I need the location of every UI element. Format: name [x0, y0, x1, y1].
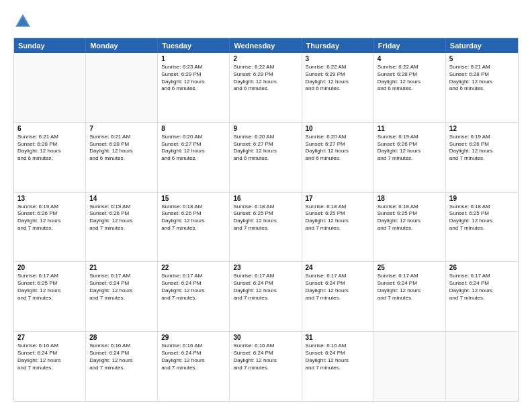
day-number: 3 [306, 55, 370, 62]
day-number: 5 [449, 55, 515, 62]
empty-cell [446, 332, 518, 401]
day-cell-29: 29Sunrise: 6:16 AMSunset: 6:24 PMDayligh… [158, 332, 230, 401]
day-number: 7 [89, 125, 154, 132]
calendar: SundayMondayTuesdayWednesdayThursdayFrid… [13, 38, 519, 402]
day-number: 16 [233, 195, 298, 202]
day-info: Sunrise: 6:22 AMSunset: 6:28 PMDaylight:… [378, 64, 442, 93]
day-info: Sunrise: 6:17 AMSunset: 6:24 PMDaylight:… [449, 273, 515, 302]
day-cell-31: 31Sunrise: 6:16 AMSunset: 6:24 PMDayligh… [302, 332, 374, 401]
day-number: 11 [378, 125, 442, 132]
day-cell-2: 2Sunrise: 6:22 AMSunset: 6:29 PMDaylight… [230, 53, 302, 122]
day-cell-18: 18Sunrise: 6:18 AMSunset: 6:25 PMDayligh… [374, 193, 446, 262]
header-day-monday: Monday [86, 38, 158, 53]
day-number: 28 [89, 334, 154, 341]
day-cell-28: 28Sunrise: 6:16 AMSunset: 6:24 PMDayligh… [86, 332, 158, 401]
day-info: Sunrise: 6:18 AMSunset: 6:25 PMDaylight:… [306, 203, 370, 232]
day-number: 19 [449, 195, 515, 202]
day-number: 25 [378, 264, 442, 271]
day-info: Sunrise: 6:16 AMSunset: 6:24 PMDaylight:… [306, 342, 370, 371]
day-cell-16: 16Sunrise: 6:18 AMSunset: 6:25 PMDayligh… [230, 193, 302, 262]
day-info: Sunrise: 6:19 AMSunset: 6:26 PMDaylight:… [89, 203, 154, 232]
day-info: Sunrise: 6:17 AMSunset: 6:25 PMDaylight:… [17, 273, 82, 302]
day-info: Sunrise: 6:19 AMSunset: 6:26 PMDaylight:… [449, 134, 515, 163]
day-number: 18 [378, 195, 442, 202]
day-number: 15 [161, 195, 226, 202]
day-info: Sunrise: 6:20 AMSunset: 6:27 PMDaylight:… [306, 134, 370, 163]
header-day-thursday: Thursday [302, 38, 374, 53]
day-cell-27: 27Sunrise: 6:16 AMSunset: 6:24 PMDayligh… [14, 332, 86, 401]
empty-cell [374, 332, 446, 401]
calendar-week-2: 6Sunrise: 6:21 AMSunset: 6:28 PMDaylight… [14, 123, 518, 193]
day-number: 27 [17, 334, 82, 341]
day-cell-5: 5Sunrise: 6:21 AMSunset: 6:28 PMDaylight… [446, 53, 518, 122]
day-number: 21 [89, 264, 154, 271]
calendar-week-1: 1Sunrise: 6:23 AMSunset: 6:29 PMDaylight… [14, 53, 518, 123]
day-info: Sunrise: 6:17 AMSunset: 6:24 PMDaylight:… [89, 273, 154, 302]
logo [13, 12, 35, 31]
day-number: 30 [233, 334, 298, 341]
day-cell-9: 9Sunrise: 6:20 AMSunset: 6:27 PMDaylight… [230, 123, 302, 192]
day-cell-7: 7Sunrise: 6:21 AMSunset: 6:28 PMDaylight… [86, 123, 158, 192]
day-info: Sunrise: 6:20 AMSunset: 6:27 PMDaylight:… [233, 134, 298, 163]
day-number: 2 [233, 55, 298, 62]
day-number: 8 [161, 125, 226, 132]
day-cell-25: 25Sunrise: 6:17 AMSunset: 6:24 PMDayligh… [374, 262, 446, 331]
day-info: Sunrise: 6:22 AMSunset: 6:29 PMDaylight:… [306, 64, 370, 93]
page: SundayMondayTuesdayWednesdayThursdayFrid… [0, 0, 532, 411]
day-info: Sunrise: 6:20 AMSunset: 6:27 PMDaylight:… [161, 134, 226, 163]
day-cell-24: 24Sunrise: 6:17 AMSunset: 6:24 PMDayligh… [302, 262, 374, 331]
logo-icon [13, 12, 32, 31]
day-info: Sunrise: 6:18 AMSunset: 6:25 PMDaylight:… [233, 203, 298, 232]
day-info: Sunrise: 6:16 AMSunset: 6:24 PMDaylight:… [233, 342, 298, 371]
day-cell-8: 8Sunrise: 6:20 AMSunset: 6:27 PMDaylight… [158, 123, 230, 192]
day-number: 1 [161, 55, 226, 62]
header-day-wednesday: Wednesday [230, 38, 302, 53]
header [13, 12, 519, 31]
day-cell-22: 22Sunrise: 6:17 AMSunset: 6:24 PMDayligh… [158, 262, 230, 331]
day-info: Sunrise: 6:16 AMSunset: 6:24 PMDaylight:… [89, 342, 154, 371]
day-number: 20 [17, 264, 82, 271]
day-cell-23: 23Sunrise: 6:17 AMSunset: 6:24 PMDayligh… [230, 262, 302, 331]
day-number: 17 [306, 195, 370, 202]
day-cell-6: 6Sunrise: 6:21 AMSunset: 6:28 PMDaylight… [14, 123, 86, 192]
header-day-saturday: Saturday [446, 38, 518, 53]
day-cell-21: 21Sunrise: 6:17 AMSunset: 6:24 PMDayligh… [86, 262, 158, 331]
day-info: Sunrise: 6:16 AMSunset: 6:24 PMDaylight:… [161, 342, 226, 371]
calendar-week-3: 13Sunrise: 6:19 AMSunset: 6:26 PMDayligh… [14, 193, 518, 263]
day-info: Sunrise: 6:17 AMSunset: 6:24 PMDaylight:… [161, 273, 226, 302]
day-number: 6 [17, 125, 82, 132]
day-cell-26: 26Sunrise: 6:17 AMSunset: 6:24 PMDayligh… [446, 262, 518, 331]
day-number: 12 [449, 125, 515, 132]
day-info: Sunrise: 6:16 AMSunset: 6:24 PMDaylight:… [17, 342, 82, 371]
day-info: Sunrise: 6:17 AMSunset: 6:24 PMDaylight:… [233, 273, 298, 302]
day-number: 23 [233, 264, 298, 271]
day-number: 22 [161, 264, 226, 271]
day-info: Sunrise: 6:18 AMSunset: 6:25 PMDaylight:… [449, 203, 515, 232]
day-cell-1: 1Sunrise: 6:23 AMSunset: 6:29 PMDaylight… [158, 53, 230, 122]
day-info: Sunrise: 6:18 AMSunset: 6:25 PMDaylight:… [378, 203, 442, 232]
day-info: Sunrise: 6:17 AMSunset: 6:24 PMDaylight:… [306, 273, 370, 302]
day-number: 24 [306, 264, 370, 271]
day-cell-4: 4Sunrise: 6:22 AMSunset: 6:28 PMDaylight… [374, 53, 446, 122]
day-cell-11: 11Sunrise: 6:19 AMSunset: 6:26 PMDayligh… [374, 123, 446, 192]
day-info: Sunrise: 6:21 AMSunset: 6:28 PMDaylight:… [449, 64, 515, 93]
header-day-tuesday: Tuesday [158, 38, 230, 53]
day-cell-12: 12Sunrise: 6:19 AMSunset: 6:26 PMDayligh… [446, 123, 518, 192]
empty-cell [86, 53, 158, 122]
day-cell-30: 30Sunrise: 6:16 AMSunset: 6:24 PMDayligh… [230, 332, 302, 401]
day-info: Sunrise: 6:21 AMSunset: 6:28 PMDaylight:… [89, 134, 154, 163]
day-number: 9 [233, 125, 298, 132]
day-cell-10: 10Sunrise: 6:20 AMSunset: 6:27 PMDayligh… [302, 123, 374, 192]
day-info: Sunrise: 6:19 AMSunset: 6:26 PMDaylight:… [378, 134, 442, 163]
day-number: 31 [306, 334, 370, 341]
day-cell-20: 20Sunrise: 6:17 AMSunset: 6:25 PMDayligh… [14, 262, 86, 331]
day-cell-3: 3Sunrise: 6:22 AMSunset: 6:29 PMDaylight… [302, 53, 374, 122]
empty-cell [14, 53, 86, 122]
day-info: Sunrise: 6:21 AMSunset: 6:28 PMDaylight:… [17, 134, 82, 163]
day-info: Sunrise: 6:19 AMSunset: 6:26 PMDaylight:… [17, 203, 82, 232]
day-cell-15: 15Sunrise: 6:18 AMSunset: 6:26 PMDayligh… [158, 193, 230, 262]
day-number: 4 [378, 55, 442, 62]
day-cell-13: 13Sunrise: 6:19 AMSunset: 6:26 PMDayligh… [14, 193, 86, 262]
day-number: 26 [449, 264, 515, 271]
day-cell-14: 14Sunrise: 6:19 AMSunset: 6:26 PMDayligh… [86, 193, 158, 262]
